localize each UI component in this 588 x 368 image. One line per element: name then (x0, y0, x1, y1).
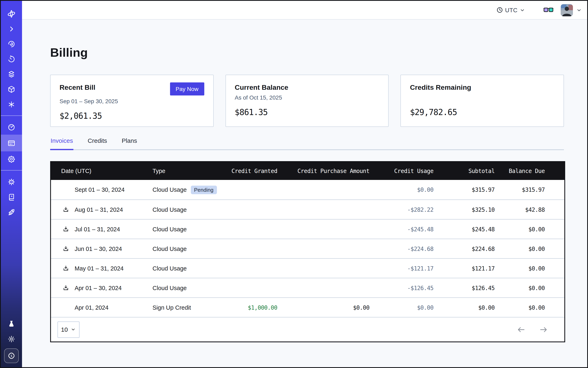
sidebar-item-layers[interactable] (1, 66, 22, 82)
sidebar-item-chevron-right[interactable] (1, 21, 22, 36)
sidebar: $ (1, 1, 22, 367)
sidebar-item-asterisk[interactable] (1, 97, 22, 112)
invoice-date-cell: May 01 – 31, 2024 (51, 265, 153, 272)
card-amount: $861.35 (235, 107, 379, 117)
pay-now-button[interactable]: Pay Now (170, 83, 204, 95)
invoice-date-cell: Apr 01, 2024 (51, 304, 153, 311)
credit-usage-value: -$282.22 (370, 206, 434, 213)
subtotal-value: $224.68 (434, 245, 495, 252)
invoice-type: Cloud Usage (153, 245, 187, 252)
sidebar-item-observe[interactable] (1, 36, 22, 51)
table-row: May 01 – 31, 2024 Cloud Usage -$121.17 $… (51, 258, 564, 278)
sidebar-item-rocket[interactable] (1, 204, 22, 220)
invoice-type: Cloud Usage (153, 186, 187, 193)
book-icon (7, 193, 16, 201)
app-window: $ UTC Billing Recent Bill Pay Now (0, 0, 588, 368)
rocket-icon (7, 208, 16, 216)
invoice-type: Cloud Usage (153, 206, 187, 213)
subtotal-value: $126.45 (434, 285, 495, 291)
page-size-value: 10 (61, 326, 68, 333)
main-content: Billing Recent Bill Pay Now Sep 01 – Sep… (22, 19, 587, 367)
invoice-date: Sept 01 – 30, 2024 (75, 186, 125, 193)
chevron-down-icon[interactable] (576, 7, 582, 13)
invoice-type-cell: Cloud Usage (153, 285, 230, 291)
download-icon[interactable] (62, 265, 69, 272)
invoice-date-cell: Jun 01 – 30, 2024 (51, 245, 153, 252)
sidebar-item-gear[interactable] (1, 151, 22, 166)
user-avatar[interactable] (561, 4, 573, 16)
balance-due-value: $0.00 (495, 285, 545, 291)
card-subtitle: As of Oct 15, 2025 (235, 94, 379, 102)
sidebar-item-sun[interactable] (1, 331, 22, 346)
credit-usage-value: -$126.45 (370, 285, 434, 291)
balance-due-value: $0.00 (495, 265, 545, 272)
column-header-date: Date (UTC) (51, 168, 153, 174)
invoice-date-cell: Sept 01 – 30, 2024 (51, 186, 153, 193)
invoice-date: Apr 01, 2024 (75, 304, 109, 311)
next-page-button[interactable] (539, 325, 548, 334)
balance-due-value: $315.97 (495, 186, 545, 193)
card-amount: $29,782.65 (410, 107, 555, 117)
helm-icon (7, 178, 16, 186)
previous-page-button[interactable] (517, 325, 526, 334)
chevron-down-icon (519, 7, 525, 13)
tab-plans[interactable]: Plans (121, 137, 137, 149)
card-title: Recent Bill (60, 83, 95, 92)
sidebar-item-gauge[interactable] (1, 120, 22, 135)
sidebar-item-helm[interactable] (1, 174, 22, 189)
layers-icon (7, 70, 16, 78)
status-badge: Pending (191, 185, 217, 194)
card-subtitle (410, 94, 555, 102)
invoice-date-cell: Jul 01 – 31, 2024 (51, 226, 153, 232)
tab-credits[interactable]: Credits (87, 137, 108, 149)
sidebar-item-history[interactable] (1, 51, 22, 66)
download-icon[interactable] (62, 245, 69, 252)
sidebar-item-billing[interactable] (1, 135, 22, 151)
flask-icon (7, 320, 16, 328)
credit-usage-value: -$224.68 (370, 245, 434, 252)
invoice-date: Aug 01 – 31, 2024 (75, 206, 123, 213)
timezone-selector[interactable]: UTC (496, 7, 525, 13)
observe-icon (7, 40, 16, 48)
subtotal-value: $121.17 (434, 265, 495, 272)
table-row: Apr 01, 2024 Sign Up Credit $1,000.00 $0… (51, 297, 564, 317)
invoice-type-cell: Cloud Usage (153, 265, 230, 272)
invoice-type-cell: Cloud UsagePending (153, 185, 230, 194)
download-icon[interactable] (62, 226, 69, 232)
sidebar-item-dollar-badge[interactable]: $ (4, 349, 19, 363)
card-title: Credits Remaining (410, 83, 471, 92)
invoice-type: Cloud Usage (153, 226, 187, 232)
balance-due-value: $42.88 (495, 206, 545, 213)
table-header: Date (UTC) Type Credit Granted Credit Pu… (51, 162, 564, 180)
tab-invoices[interactable]: Invoices (50, 137, 73, 150)
invoice-date: May 01 – 31, 2024 (75, 265, 124, 272)
invoice-type-cell: Sign Up Credit (153, 304, 230, 311)
invoice-date-cell: Aug 01 – 31, 2024 (51, 206, 153, 213)
sidebar-item-book[interactable] (1, 189, 22, 204)
download-icon[interactable] (62, 206, 69, 213)
chevron-right-icon (7, 25, 16, 33)
sun-icon (7, 335, 16, 343)
balance-due-value: $0.00 (495, 304, 545, 311)
sidebar-item-cube[interactable] (1, 82, 22, 97)
download-icon[interactable] (62, 284, 69, 291)
credits-remaining-card: Credits Remaining $29,782.65 (401, 75, 564, 127)
invoices-table: Date (UTC) Type Credit Granted Credit Pu… (50, 161, 565, 342)
pagination-bar: 10 (51, 317, 564, 341)
invoice-date: Apr 01 – 30, 2024 (75, 285, 122, 291)
invoice-type-cell: Cloud Usage (153, 226, 230, 232)
glasses-icon[interactable] (543, 7, 554, 13)
credit-usage-value: $0.00 (370, 186, 434, 193)
billing-icon (7, 139, 16, 147)
subtotal-value: $245.48 (434, 226, 495, 232)
page-size-select[interactable]: 10 (57, 321, 80, 338)
table-row: Aug 01 – 31, 2024 Cloud Usage -$282.22 $… (51, 200, 564, 219)
table-row: Apr 01 – 30, 2024 Cloud Usage -$126.45 $… (51, 278, 564, 297)
card-title: Current Balance (235, 83, 288, 92)
sidebar-item-flask[interactable] (1, 316, 22, 331)
sidebar-item-logo[interactable] (1, 6, 22, 21)
subtotal-value: $325.10 (434, 206, 495, 213)
credit-usage-value: -$121.17 (370, 265, 434, 272)
clock-icon (496, 7, 503, 13)
balance-due-value: $0.00 (495, 226, 545, 232)
